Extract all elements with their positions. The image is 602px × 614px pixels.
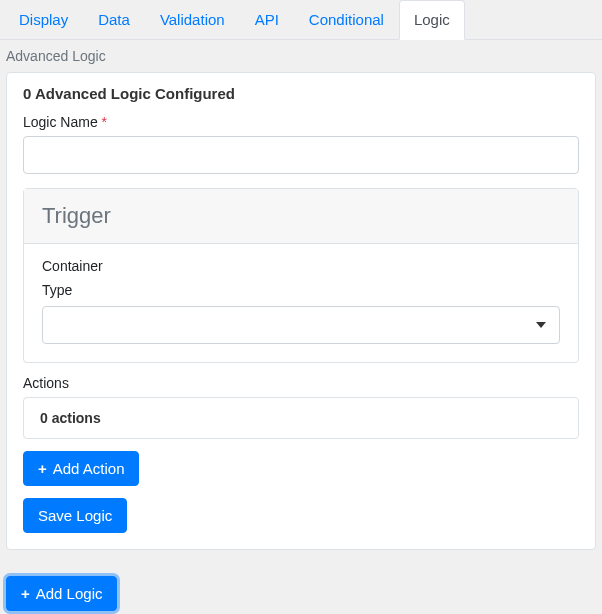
plus-icon: + (38, 461, 47, 476)
tab-display[interactable]: Display (4, 0, 83, 39)
logic-name-label: Logic Name * (23, 114, 579, 130)
add-logic-button[interactable]: + Add Logic (6, 576, 117, 611)
plus-icon: + (21, 586, 30, 601)
add-action-button[interactable]: + Add Action (23, 451, 139, 486)
logic-name-label-text: Logic Name (23, 114, 98, 130)
container-label: Container (42, 258, 560, 274)
advanced-logic-panel: 0 Advanced Logic Configured Logic Name *… (6, 72, 596, 550)
type-label: Type (42, 282, 560, 298)
required-indicator: * (102, 114, 107, 130)
tab-bar: Display Data Validation API Conditional … (0, 0, 602, 40)
trigger-title: Trigger (24, 189, 578, 244)
actions-summary: 0 actions (23, 397, 579, 439)
type-select-wrap (42, 306, 560, 344)
add-logic-label: Add Logic (36, 585, 103, 602)
tab-conditional[interactable]: Conditional (294, 0, 399, 39)
trigger-body: Container Type (24, 244, 578, 362)
tab-api[interactable]: API (240, 0, 294, 39)
save-logic-label: Save Logic (38, 507, 112, 524)
tab-logic[interactable]: Logic (399, 0, 465, 40)
section-label-advanced-logic: Advanced Logic (0, 40, 602, 68)
panel-header: 0 Advanced Logic Configured (7, 73, 595, 114)
logic-name-input[interactable] (23, 136, 579, 174)
footer: + Add Logic (0, 558, 602, 614)
add-action-label: Add Action (53, 460, 125, 477)
actions-label: Actions (23, 375, 579, 391)
trigger-card: Trigger Container Type (23, 188, 579, 363)
type-select[interactable] (42, 306, 560, 344)
tab-validation[interactable]: Validation (145, 0, 240, 39)
save-logic-button[interactable]: Save Logic (23, 498, 127, 533)
panel-body: Logic Name * Trigger Container Type Acti… (7, 114, 595, 549)
tab-data[interactable]: Data (83, 0, 145, 39)
